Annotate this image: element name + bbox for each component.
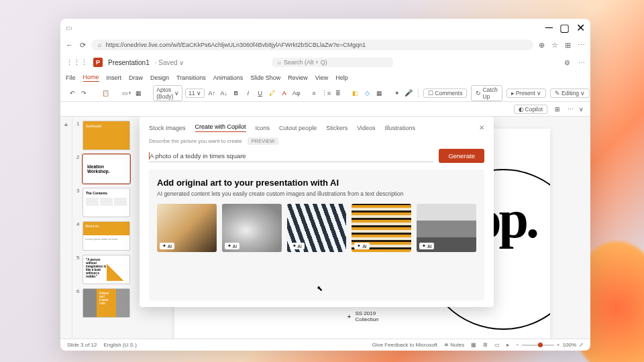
search-ph: Search (Alt + Q) <box>284 59 327 66</box>
menu-insert[interactable]: Insert <box>107 74 122 81</box>
copilot-button[interactable]: ◐ Copilot <box>514 105 547 114</box>
tab-icons[interactable]: Icons <box>256 125 270 131</box>
zoom-in-icon[interactable]: + <box>557 342 560 348</box>
waffle-icon[interactable]: ⋮⋮⋮ <box>66 58 88 67</box>
document-name[interactable]: Presentation1 <box>108 59 150 66</box>
popup-close-icon[interactable]: ✕ <box>479 124 484 131</box>
arrange-icon[interactable]: ▦ <box>375 88 384 99</box>
zoom-out-icon[interactable]: − <box>516 342 519 348</box>
collections-icon[interactable]: ⊞ <box>565 41 571 50</box>
shape-fill-icon[interactable]: ◧ <box>351 88 360 99</box>
view-sorter-icon[interactable]: ⊞ <box>483 342 488 348</box>
font-color-icon[interactable]: A <box>280 88 289 99</box>
read-aloud-icon[interactable]: ⊕ <box>539 41 545 50</box>
example-rowing[interactable]: ✦ AI <box>417 204 476 252</box>
tab-videos[interactable]: Videos <box>357 125 375 131</box>
prompt-input[interactable]: A photo of a teddy in times square <box>149 150 433 162</box>
shape-outline-icon[interactable]: ◇ <box>363 88 372 99</box>
view-reading-icon[interactable]: ▭ <box>494 342 500 348</box>
left-rail: + <box>60 117 72 339</box>
font-size[interactable]: 11∨ <box>185 88 204 98</box>
present-button[interactable]: ▸ Present ∨ <box>506 88 546 98</box>
favorite-icon[interactable]: ☆ <box>551 41 558 50</box>
thumb-5[interactable]: 5"A person without imagination is like a… <box>76 255 130 284</box>
more-icon[interactable]: ⋯ <box>578 41 585 50</box>
tab-stickers[interactable]: Stickers <box>326 125 347 131</box>
mic-icon[interactable]: 🎤 <box>405 89 413 97</box>
menu-animations[interactable]: Animations <box>213 74 244 81</box>
comments-button[interactable]: ☐ Comments <box>423 88 467 98</box>
tab-stock-images[interactable]: Stock Images <box>149 125 186 131</box>
numbering-icon[interactable]: ⋮≡ <box>321 88 331 99</box>
view-normal-icon[interactable]: ▦ <box>471 342 476 348</box>
notes-button[interactable]: ≐ Notes <box>444 342 464 348</box>
example-car[interactable]: ✦ AI <box>222 204 282 252</box>
view-slideshow-icon[interactable]: ▸ <box>506 342 509 348</box>
example-hands[interactable]: ✦ AI <box>352 204 411 252</box>
ribbon-collapse-icon[interactable]: ∨ <box>579 106 584 113</box>
bullets-icon[interactable]: ≡ <box>309 88 319 99</box>
fit-icon[interactable]: ⤢ <box>579 342 584 348</box>
saved-status[interactable]: · Saved ∨ <box>155 59 184 66</box>
bold-button[interactable]: B <box>231 88 241 99</box>
thumb-1[interactable]: 1VonArsdel <box>76 121 130 150</box>
tab-cutout-people[interactable]: Cutout people <box>279 125 317 131</box>
thumb-4[interactable]: 4About us.Lorem ipsum dolor sit amet <box>76 221 130 251</box>
zoom-value[interactable]: 100% <box>563 342 576 348</box>
menu-help[interactable]: Help <box>335 74 348 81</box>
menu-home[interactable]: Home <box>83 74 99 82</box>
paste-icon[interactable]: 📋 <box>101 88 110 99</box>
highlight-icon[interactable]: 🖍 <box>268 88 277 99</box>
refresh-icon[interactable]: ⟳ <box>80 41 86 50</box>
back-icon[interactable]: ← <box>66 41 73 50</box>
search-box[interactable]: ⌕ Search (Alt + Q) <box>272 58 393 67</box>
underline-button[interactable]: U <box>256 88 265 99</box>
tab-create-copilot[interactable]: Create with Copilot <box>195 123 246 132</box>
example-abstract[interactable]: ✦ AI <box>157 204 217 252</box>
settings-icon[interactable]: ⚙ <box>564 59 570 66</box>
thumb-2[interactable]: 2Ideation Workshop. <box>76 154 130 184</box>
designer-icon[interactable]: ✦ <box>392 88 402 99</box>
address-bar[interactable]: ⌂ https://onedrive.live.com/w/t/EaCKkPs6… <box>91 40 533 50</box>
workspace: + 1VonArsdel 2Ideation Workshop. 3The Co… <box>60 117 590 339</box>
menu-file[interactable]: File <box>66 74 76 81</box>
maximize-icon[interactable]: ▢ <box>559 21 570 34</box>
generate-button[interactable]: Generate <box>439 149 484 163</box>
ribbon-more-icon[interactable]: ⋯ <box>568 106 574 113</box>
italic-button[interactable]: I <box>244 88 253 99</box>
undo-icon[interactable]: ↶ <box>68 88 77 99</box>
zoom-control[interactable]: − + 100% ⤢ <box>516 342 584 348</box>
font-selector[interactable]: Aptos (Body)∨ <box>153 85 182 101</box>
thumb-6[interactable]: 6Deliver and inspire now. <box>76 288 130 318</box>
titlebar: ▭ ─ ▢ ✕ <box>60 19 590 36</box>
app-more-icon[interactable]: ⋯ <box>578 59 585 66</box>
menu-design[interactable]: Design <box>150 74 169 81</box>
close-icon[interactable]: ✕ <box>576 21 585 34</box>
catchup-button[interactable]: ↻ Catch Up <box>471 85 502 101</box>
language-status[interactable]: English (U.S.) <box>103 342 136 348</box>
redo-icon[interactable]: ↷ <box>79 88 89 99</box>
layout-icon[interactable]: ▦ <box>133 88 143 99</box>
clear-format-icon[interactable]: Aφ <box>292 88 301 99</box>
align-icon[interactable]: ≣ <box>333 88 343 99</box>
example-gallery: ✦ AI ✦ AI ✦ AI ✦ AI ✦ AI <box>157 204 476 252</box>
feedback-link[interactable]: Give Feedback to Microsoft <box>372 342 437 348</box>
grow-font-icon[interactable]: A↑ <box>207 88 217 99</box>
add-in-icon[interactable]: ⊞ <box>553 104 562 115</box>
example-building[interactable]: ✦ AI <box>287 204 347 252</box>
editing-button[interactable]: ✎ Editing ∨ <box>550 88 590 98</box>
slide-canvas[interactable]: op. + SS 2019 Collection Stock Images Cr… <box>134 117 590 339</box>
rail-add-icon[interactable]: + <box>64 121 68 129</box>
slide-counter[interactable]: Slide 3 of 12 <box>67 342 97 348</box>
menu-slideshow[interactable]: Slide Show <box>250 74 280 81</box>
plus-icon: + <box>345 314 352 320</box>
thumb-3[interactable]: 3The Contents <box>76 188 130 217</box>
menu-transitions[interactable]: Transitions <box>176 74 206 81</box>
minimize-icon[interactable]: ─ <box>545 21 553 34</box>
shrink-font-icon[interactable]: A↓ <box>219 88 229 99</box>
new-slide-icon[interactable]: ▭+ <box>122 88 131 99</box>
menu-review[interactable]: Review <box>288 74 308 81</box>
menu-draw[interactable]: Draw <box>129 74 143 81</box>
tab-illustrations[interactable]: Illustrations <box>385 125 416 131</box>
menu-view[interactable]: View <box>315 74 328 81</box>
